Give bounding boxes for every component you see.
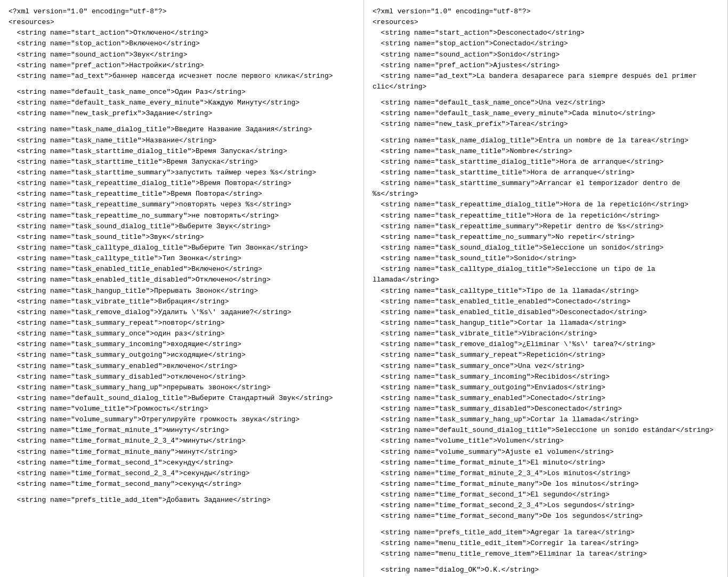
line: <string name="task_name_dialog_title">Вв… xyxy=(9,124,355,135)
line: <string name="task_summary_enabled">Cone… xyxy=(373,393,719,404)
line: <string name="default_task_name_once">Од… xyxy=(9,87,355,98)
line: <string name="task_repeattime_no_summary… xyxy=(9,211,355,221)
line: <string name="start_action">Отключено</s… xyxy=(9,28,355,38)
line: <string name="task_summary_hang_up">прер… xyxy=(9,382,355,393)
line: <string name="default_sound_dialog_title… xyxy=(9,393,355,404)
line: <string name="task_summary_once">один ра… xyxy=(9,328,355,339)
line: <string name="time_format_minute_many">D… xyxy=(373,479,719,490)
line: <resources> xyxy=(373,17,719,28)
line: <string name="menu_title_remove_item">El… xyxy=(373,549,719,559)
line: <string name="time_format_minute_2_3_4">… xyxy=(373,468,719,479)
line: <string name="task_sound_dialog_title">S… xyxy=(373,243,719,253)
line: <string name="task_summary_once">Una vez… xyxy=(373,361,719,372)
line: <string name="volume_title">Volumen</str… xyxy=(373,436,719,446)
line: <string name="task_summary_enabled">вклю… xyxy=(9,361,355,372)
line: <string name="task_summary_incoming">Rec… xyxy=(373,372,719,382)
line: <string name="task_starttime_dialog_titl… xyxy=(373,157,719,167)
line: <string name="task_name_dialog_title">En… xyxy=(373,135,719,146)
line xyxy=(373,130,719,135)
line: <string name="task_calltype_dialog_title… xyxy=(9,243,355,253)
line: <string name="task_repeattime_summary">п… xyxy=(9,199,355,210)
line: <string name="default_task_name_every_mi… xyxy=(373,108,719,119)
line: <string name="task_calltype_title">Тип З… xyxy=(9,253,355,264)
line: <string name="time_format_second_many">D… xyxy=(373,511,719,522)
line: <string name="stop_action">Conectado</st… xyxy=(373,38,719,49)
line: <string name="time_format_minute_1">мину… xyxy=(9,425,355,436)
line: <string name="default_task_name_once">Un… xyxy=(373,98,719,108)
line: <string name="task_starttime_summary">за… xyxy=(9,167,355,178)
line: <string name="prefs_title_add_item">Доба… xyxy=(9,495,355,506)
line: <string name="task_enabled_title_disable… xyxy=(373,307,719,318)
line: <string name="task_sound_title">Sonido</… xyxy=(373,253,719,264)
line: <string name="default_sound_dialog_title… xyxy=(373,425,719,436)
line: <string name="task_sound_dialog_title">В… xyxy=(9,221,355,232)
line: <string name="task_summary_repeat">Repet… xyxy=(373,350,719,360)
line: <string name="task_calltype_title">Tipo … xyxy=(373,286,719,296)
line: <string name="task_repeattime_no_summary… xyxy=(373,232,719,243)
line: <string name="task_repeattime_title">Вре… xyxy=(9,189,355,199)
line: <string name="task_hangup_title">Cortar … xyxy=(373,318,719,328)
left-pane: <?xml version="1.0" encoding="utf-8"?><r… xyxy=(0,0,364,577)
line: <string name="ad_text">La bandera desapa… xyxy=(373,71,719,92)
line: <string name="time_format_second_many">с… xyxy=(9,479,355,490)
line: <string name="time_format_second_2_3_4">… xyxy=(373,500,719,511)
line: <string name="task_vibrate_title">Вибрац… xyxy=(9,296,355,307)
line: <string name="task_vibrate_title">Vibrac… xyxy=(373,328,719,339)
line: <string name="sound_action">Sonido</stri… xyxy=(373,50,719,60)
line: <string name="time_format_second_1">El s… xyxy=(373,490,719,500)
line: <string name="task_enabled_title_enabled… xyxy=(373,296,719,307)
line xyxy=(373,522,719,527)
line: <string name="task_summary_disabled">отк… xyxy=(9,372,355,382)
line: <string name="task_starttime_title">Врем… xyxy=(9,157,355,167)
line: <string name="new_task_prefix">Tarea</st… xyxy=(373,119,719,130)
line xyxy=(373,92,719,98)
line: <string name="task_hangup_title">Прерыва… xyxy=(9,286,355,296)
line: <string name="task_repeattime_summary">R… xyxy=(373,221,719,232)
line: <string name="task_summary_hang_up">Cort… xyxy=(373,414,719,425)
line: <string name="default_task_name_every_mi… xyxy=(9,98,355,108)
line: <string name="task_summary_repeat">повто… xyxy=(9,318,355,328)
line: <string name="task_calltype_dialog_title… xyxy=(373,264,719,285)
line: <string name="stop_action">Включено</str… xyxy=(9,38,355,49)
line: <string name="task_starttime_dialog_titl… xyxy=(9,146,355,157)
line: <string name="time_format_minute_2_3_4">… xyxy=(9,436,355,446)
line: <string name="task_summary_disabled">Des… xyxy=(373,404,719,414)
line: <string name="task_repeattime_dialog_tit… xyxy=(9,178,355,189)
line: <string name="volume_title">Громкость</s… xyxy=(9,404,355,414)
line: <resources> xyxy=(9,17,355,28)
line xyxy=(9,490,355,495)
line: <?xml version="1.0" encoding="utf-8"?> xyxy=(373,6,719,17)
line: <string name="sound_action">Звук</string… xyxy=(9,50,355,60)
line: <string name="task_name_title">Название<… xyxy=(9,135,355,146)
line: <string name="time_format_minute_many">м… xyxy=(9,447,355,458)
line: <string name="volume_summary">Ajuste el … xyxy=(373,447,719,458)
line: <string name="task_starttime_summary">Ar… xyxy=(373,178,719,199)
line: <string name="new_task_prefix">Задание</… xyxy=(9,108,355,119)
line: <?xml version="1.0" encoding="utf-8"?> xyxy=(9,6,355,17)
line: <string name="task_repeattime_dialog_tit… xyxy=(373,199,719,210)
line: <string name="task_summary_outgoing">исх… xyxy=(9,350,355,360)
line: <string name="task_summary_outgoing">Env… xyxy=(373,382,719,393)
line: <string name="time_format_minute_1">El m… xyxy=(373,458,719,468)
line: <string name="ad_text">баннер навсегда и… xyxy=(9,71,355,82)
line: <string name="task_remove_dialog">Удалит… xyxy=(9,307,355,318)
left-code-block: <?xml version="1.0" encoding="utf-8"?><r… xyxy=(9,6,355,506)
line: <string name="menu_title_edit_item">Corr… xyxy=(373,538,719,549)
line xyxy=(373,559,719,565)
line: <string name="time_format_second_2_3_4">… xyxy=(9,468,355,479)
line: <string name="task_enabled_title_disable… xyxy=(9,275,355,285)
line: <string name="task_remove_dialog">¿Elimi… xyxy=(373,339,719,350)
right-pane: <?xml version="1.0" encoding="utf-8"?><r… xyxy=(364,0,728,577)
line: <string name="time_format_second_1">секу… xyxy=(9,458,355,468)
line: <string name="dialog_OK">O.K.</string> xyxy=(373,565,719,575)
line: <string name="task_starttime_title">Hora… xyxy=(373,167,719,178)
line: <string name="pref_action">Ajustes</stri… xyxy=(373,60,719,71)
line: <string name="start_action">Desconectado… xyxy=(373,28,719,38)
line: <string name="task_enabled_title_enabled… xyxy=(9,264,355,275)
line xyxy=(9,82,355,87)
right-code-block: <?xml version="1.0" encoding="utf-8"?><r… xyxy=(373,6,719,577)
line: <string name="prefs_title_add_item">Agre… xyxy=(373,527,719,538)
line: <string name="task_repeattime_title">Hor… xyxy=(373,211,719,221)
line: <string name="pref_action">Настройки</st… xyxy=(9,60,355,71)
line xyxy=(9,119,355,124)
